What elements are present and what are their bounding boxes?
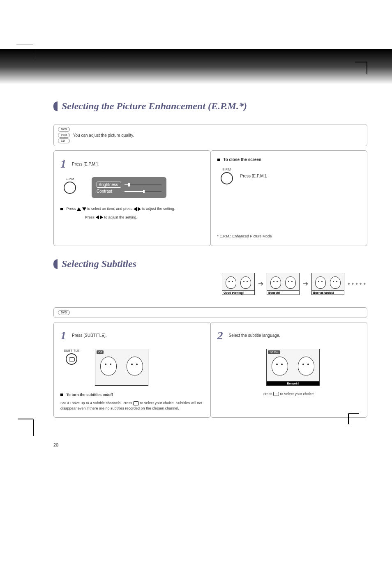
epm-button-icon [221,172,233,184]
left-icon [134,207,137,211]
cartoon-thumb-1: Good evening! [222,273,255,295]
bullet-icon [217,159,220,161]
arrow-right-icon: ➔ [303,280,308,288]
subtitle-sequence-strip: Good evening! ➔ Bonsoir! ➔ Buenas tardes… [53,273,367,295]
sub-step2-num: 2 [217,329,223,342]
header-gradient-bar [0,49,392,84]
subtitle-step1-col: 1 Press [SUBTITLE]. SUBTITLE Off To turn… [53,322,211,418]
sub-step1-text: Press [SUBTITLE]. [72,333,106,338]
down-icon [82,207,86,211]
brightness-slider [125,183,161,186]
cartoon2-osd: 1/3 Fre [268,350,280,354]
caption2b: to select your choice. [280,392,315,396]
subtitle-step2-col: 2 Select the subtitle language. 1/3 Fre … [210,322,368,418]
arrow-right-icon: ➔ [258,280,263,288]
section-title-epm: Selecting the Picture Enhancement (E.P.M… [53,101,367,112]
osd-brightness-label: Brightness [97,182,121,188]
close-note-text: Press [E.P.M.]. [240,174,267,178]
bar-text-1: You can adjust the picture quality. [73,133,134,138]
page-number: 20 [53,442,367,447]
right-icon [100,215,103,219]
cartoon-large-2: 1/3 Fre Bonsoir! [266,349,320,386]
section-title-subtitles: Selecting Subtitles [53,258,367,269]
strip-cap-2: Bonsoir! [267,290,299,295]
caption-2b: to adjust the setting. [104,215,138,219]
step1-num: 1 [60,157,66,170]
cartoon1-osd: Off [97,350,104,354]
strip-cap-3: Buenas tardes! [312,290,344,295]
step1-text: Press [E.P.M.]. [72,162,99,166]
instruction-bar-2: DVD [53,307,367,318]
right-icon [138,207,141,211]
cartoon-thumb-2: Bonsoir! [267,273,300,295]
up-icon [77,207,81,211]
sub-step1-num: 1 [60,329,66,342]
caption2a: Press [263,392,273,396]
subtitle-inline-icon [273,392,279,396]
subtitle-button-icon [66,353,77,365]
subtitle-button-label: SUBTITLE [64,349,79,352]
cartoon-thumb-3: Buenas tardes! [311,273,344,295]
subtitle-inline-icon [133,401,139,405]
bullet-icon [60,208,63,210]
left-icon [96,215,99,219]
sub-step2-text: Select the subtitle language. [229,333,281,338]
epm-button-icon [64,182,76,194]
osd-panel: Brightness Contrast [92,177,166,198]
epm-button-label-2: E.P.M [221,168,233,171]
osd-contrast-label: Contrast [97,189,121,193]
cartoon2-cap: Bonsoir! [267,381,319,385]
strip-cap-1: Good evening! [222,290,254,295]
bullet-icon [60,394,63,396]
epm-button-label-1: E.P.M [64,177,76,181]
contrast-slider [125,190,161,193]
close-col: To close the screen E.P.M Press [E.P.M.]… [210,150,368,246]
format-badge-dvd-2: DVD [58,310,70,315]
caption-1a: Press [67,207,77,211]
close-note-prefix: To close the screen [223,157,261,162]
sub-note-prefix: To turn the subtitles on/off [67,393,113,397]
format-badge-vcd: VCD [58,133,70,138]
instruction-bar-1: DVD VCD CD You can adjust the picture qu… [53,124,367,146]
caption-2a: Press [85,215,96,219]
format-badge-cd: CD [58,138,70,143]
ellipsis-icon: ••••• [348,280,367,288]
caption-1b: to select an item, and press [87,207,134,211]
format-badge-dvd: DVD [58,127,70,132]
step1-col: 1 Press [E.P.M.]. E.P.M Brightness [53,150,211,246]
caption-1c: to adjust the setting. [142,207,175,211]
epm-footnote: * E.P.M.: Enhanced Picture Mode [217,234,361,239]
sub-note-a: SVCD have up to 4 subtitle channels. Pre… [60,401,133,405]
cartoon-large-1: Off [95,349,148,386]
